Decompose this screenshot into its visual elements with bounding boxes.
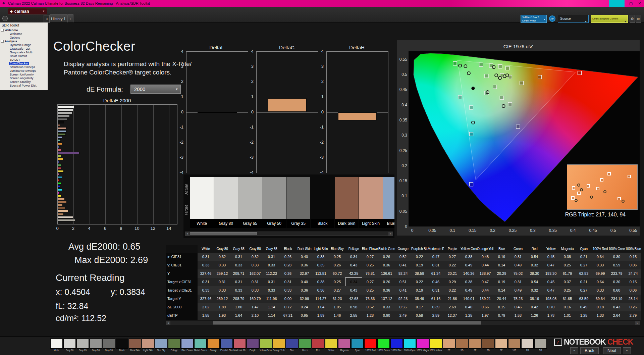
table-cell[interactable]: 2.02 — [198, 303, 214, 311]
table-cell[interactable]: 0.25 — [329, 253, 345, 261]
table-cell[interactable]: 61.34 — [428, 269, 444, 278]
table-cell[interactable]: 0.18 — [592, 303, 608, 311]
bottom-patch-yellow-green[interactable]: Yellow Green — [260, 339, 272, 352]
table-cell[interactable]: 0.06 — [625, 261, 641, 269]
table-cell[interactable]: 0.31 — [510, 278, 526, 286]
table-scrollbar-thumb[interactable] — [213, 321, 481, 324]
table-cell[interactable]: 0.46 — [510, 303, 526, 311]
bottom-patch-moderate-red[interactable]: Moderate Red — [233, 339, 246, 352]
table-cell[interactable]: 0.47 — [543, 261, 559, 269]
table-cell[interactable]: 1.01 — [559, 311, 576, 320]
bottom-patch-purple[interactable]: Purple — [247, 339, 259, 352]
table-cell[interactable]: 1.25 — [461, 311, 477, 320]
table-cell[interactable]: 0.24 — [296, 303, 313, 311]
bottom-patch-100-red[interactable]: 100% Red — [364, 339, 377, 352]
patch-swatch-dark-skin[interactable]: Dark Skin — [335, 177, 359, 228]
table-cell[interactable]: 0.33 — [198, 286, 214, 295]
minimize-button[interactable]: – — [618, 0, 627, 7]
table-cell[interactable]: 0.26 — [378, 278, 395, 286]
close-button[interactable]: ✕ — [635, 0, 644, 7]
table-cell[interactable]: 140.36 — [461, 269, 477, 278]
table-cell[interactable]: 2.59 — [428, 311, 444, 320]
bottom-patch-gray-50[interactable]: Gray 50 — [90, 339, 102, 352]
table-cell[interactable]: 0.37 — [559, 278, 576, 286]
table-cell[interactable]: 111.96 — [263, 295, 280, 303]
bottom-patch-cyan[interactable]: Cyan — [351, 339, 364, 352]
bottom-patch-100-blue[interactable]: 100% Blue — [390, 339, 403, 352]
bottom-patch-100-cyan[interactable]: 100% Cyan — [404, 339, 416, 352]
table-cell[interactable]: 0.22 — [411, 278, 428, 286]
sidebar-item-luminance-sweeps[interactable]: Luminance Sweeps — [0, 69, 48, 72]
table-cell[interactable]: 0.27 — [362, 278, 378, 286]
table-cell[interactable]: 1.89 — [214, 303, 230, 311]
sidebar-group-welcome[interactable]: −Welcome — [0, 28, 48, 32]
table-cell[interactable]: 0.60 — [608, 286, 625, 295]
table-cell[interactable]: 327.46 — [198, 295, 214, 303]
table-cell[interactable]: 0.55 — [395, 303, 411, 311]
table-cell[interactable]: 0.26 — [378, 253, 395, 261]
scroll-right-icon[interactable]: ► — [388, 232, 393, 236]
table-cell[interactable]: 208.79 — [230, 295, 247, 303]
table-cell[interactable]: 0.48 — [477, 253, 493, 261]
table-cell[interactable]: 61.16 — [428, 295, 444, 303]
table-cell[interactable]: 0.33 — [230, 286, 247, 295]
table-cell[interactable]: 42.25 — [345, 269, 362, 278]
table-cell[interactable]: 0.36 — [378, 286, 395, 295]
table-cell[interactable]: 0.15 — [625, 253, 641, 261]
table-cell[interactable]: 0.39 — [428, 303, 444, 311]
bottom-patch-orange[interactable]: Orange — [207, 339, 220, 352]
back-button[interactable]: Back — [580, 347, 599, 354]
table-cell[interactable]: 0.32 — [247, 253, 263, 261]
bottom-patch-yellow[interactable]: Yellow — [325, 339, 337, 352]
table-cell[interactable]: 0.31 — [428, 261, 444, 269]
table-cell[interactable]: 259.12 — [214, 295, 230, 303]
table-cell[interactable]: 0.28 — [280, 261, 296, 269]
patch-swatch-gray-65[interactable]: Gray 65 — [238, 177, 262, 228]
bottom-patch-100-green[interactable]: 100% Green — [377, 339, 390, 352]
table-cell[interactable]: 76.81 — [362, 269, 378, 278]
table-cell[interactable]: 0.30 — [608, 278, 625, 286]
table-cell[interactable]: 38.49 — [411, 295, 428, 303]
table-cell[interactable]: 0.64 — [592, 278, 608, 286]
table-cell[interactable]: 0.54 — [526, 253, 543, 261]
table-cell[interactable]: 75.23 — [510, 295, 526, 303]
table-cell[interactable]: 63.59 — [576, 295, 592, 303]
table-cell[interactable]: 38.19 — [526, 295, 543, 303]
table-cell[interactable]: 0.27 — [444, 253, 461, 261]
table-cell[interactable]: 1.14 — [263, 311, 280, 320]
table-cell[interactable]: 0.31 — [230, 253, 247, 261]
bottom-patch-purplish-blue[interactable]: Purplish Blue — [220, 339, 233, 352]
table-cell[interactable]: 0.00 — [280, 295, 296, 303]
table-cell[interactable]: 1.04 — [313, 303, 329, 311]
table-cell[interactable]: 0.46 — [428, 278, 444, 286]
patch-swatch-gray-35[interactable]: Gray 35 — [286, 177, 310, 228]
table-cell[interactable]: 0.33 — [247, 286, 263, 295]
table-cell[interactable]: 0.06 — [625, 286, 641, 295]
table-cell[interactable]: 0.33 — [592, 286, 608, 295]
table-cell[interactable]: 0.33 — [263, 261, 280, 269]
next-button[interactable]: Next — [603, 347, 621, 354]
first-page-button[interactable]: « — [570, 347, 578, 354]
table-cell[interactable]: 0.44 — [477, 286, 493, 295]
table-cell[interactable]: 0.59 — [608, 261, 625, 269]
table-cell[interactable]: 0.43 — [608, 303, 625, 311]
table-cell[interactable]: 67.21 — [280, 311, 296, 320]
table-cell[interactable]: 0.43 — [345, 261, 362, 269]
table-cell[interactable]: 0.72 — [280, 303, 296, 311]
bottom-patch-9e[interactable]: 9E — [495, 339, 507, 352]
table-cell[interactable]: 61.23 — [329, 295, 345, 303]
table-cell[interactable]: 1.14 — [263, 303, 280, 311]
meter-selector[interactable]: X-Rite i1Pro 2 Direct View ▼ — [521, 15, 547, 23]
table-cell[interactable]: 20.44 — [493, 295, 510, 303]
table-cell[interactable]: 1.05 — [329, 303, 345, 311]
table-cell[interactable]: 0.25 — [329, 278, 345, 286]
table-cell[interactable]: 0.30 — [608, 253, 625, 261]
table-cell[interactable]: 1.93 — [214, 311, 230, 320]
sidebar-item-color-gamut[interactable]: Color Gamut — [0, 54, 48, 58]
sidebar-item-3d-lut[interactable]: 3D LUT — [0, 58, 48, 61]
table-cell[interactable]: 193.08 — [543, 295, 559, 303]
table-cell[interactable]: 0.70 — [543, 303, 559, 311]
table-cell[interactable]: 0.47 — [428, 253, 444, 261]
bottom-patch-white[interactable]: White — [50, 339, 63, 352]
table-cell[interactable]: 20.29 — [493, 269, 510, 278]
